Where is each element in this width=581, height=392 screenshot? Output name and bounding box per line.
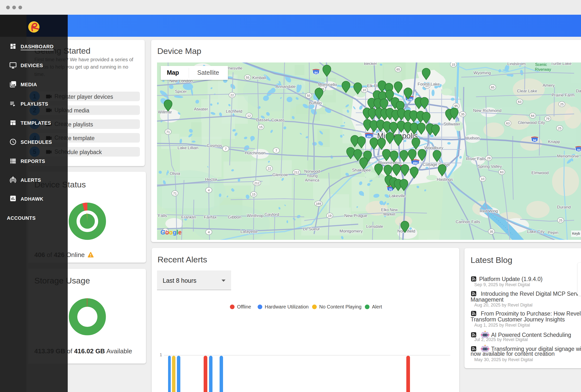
svg-text:169: 169 xyxy=(316,202,321,205)
svg-text:Buffalo: Buffalo xyxy=(309,101,322,105)
svg-text:Atwater: Atwater xyxy=(194,107,208,111)
svg-text:Elmwood: Elmwood xyxy=(532,171,548,175)
svg-text:Young: Young xyxy=(307,174,318,178)
svg-text:Woodbury: Woodbury xyxy=(424,146,443,150)
svg-text:Stillwater: Stillwater xyxy=(444,122,460,126)
svg-text:Gaylord: Gaylord xyxy=(264,212,279,217)
svg-text:212: 212 xyxy=(254,181,260,185)
svg-text:22: 22 xyxy=(268,167,271,170)
svg-text:Willmar: Willmar xyxy=(158,110,172,114)
svg-text:Clear Lake: Clear Lake xyxy=(517,89,537,93)
svg-text:71: 71 xyxy=(166,130,170,134)
svg-text:Pepin: Pepin xyxy=(548,230,558,235)
svg-text:Cottage Grove: Cottage Grove xyxy=(423,162,450,167)
svg-text:Amery: Amery xyxy=(542,83,555,88)
svg-text:12: 12 xyxy=(247,114,251,118)
svg-text:Lindstrom: Lindstrom xyxy=(508,62,526,66)
svg-text:212: 212 xyxy=(294,171,299,174)
svg-text:Monticello: Monticello xyxy=(318,82,337,87)
svg-text:Gibbon: Gibbon xyxy=(228,215,242,219)
svg-text:15: 15 xyxy=(452,63,455,66)
svg-text:10: 10 xyxy=(481,177,484,181)
svg-text:Spicer: Spicer xyxy=(175,89,187,94)
svg-text:Lafayette: Lafayette xyxy=(240,229,258,234)
svg-text:Hutchinson: Hutchinson xyxy=(244,151,266,155)
svg-text:Fairfax: Fairfax xyxy=(204,215,217,219)
svg-text:Hastings: Hastings xyxy=(437,177,453,182)
svg-text:25: 25 xyxy=(560,102,564,106)
svg-text:22: 22 xyxy=(230,93,234,97)
svg-text:Glenwood City: Glenwood City xyxy=(518,120,545,125)
svg-text:Knapp: Knapp xyxy=(548,139,560,144)
svg-text:4: 4 xyxy=(208,189,210,192)
svg-text:Cokato: Cokato xyxy=(271,118,284,123)
svg-text:10: 10 xyxy=(363,88,366,92)
svg-text:15: 15 xyxy=(259,125,262,129)
svg-text:Turtle Lake: Turtle Lake xyxy=(551,62,572,66)
svg-text:94: 94 xyxy=(314,71,318,74)
svg-text:Montgomery: Montgomery xyxy=(340,229,363,233)
svg-text:ood Falls: ood Falls xyxy=(157,213,167,218)
svg-text:494: 494 xyxy=(413,162,418,165)
svg-text:Keyb: Keyb xyxy=(572,231,580,235)
svg-text:7: 7 xyxy=(225,147,226,151)
svg-text:Lake Lillian: Lake Lillian xyxy=(178,146,198,150)
svg-text:71: 71 xyxy=(173,192,177,195)
svg-text:Kimball: Kimball xyxy=(252,75,266,80)
svg-text:America: America xyxy=(305,178,320,182)
svg-text:Franklin: Franklin xyxy=(181,215,196,219)
svg-text:65: 65 xyxy=(491,85,494,89)
svg-text:Shakopee: Shakopee xyxy=(352,168,371,173)
svg-text:Forest Lake: Forest Lake xyxy=(418,82,440,86)
svg-text:94: 94 xyxy=(577,148,580,152)
svg-text:Winthrop: Winthrop xyxy=(247,213,264,218)
svg-text:Hudson: Hudson xyxy=(466,136,480,140)
svg-text:494: 494 xyxy=(366,135,372,138)
svg-text:25: 25 xyxy=(559,218,562,222)
svg-text:63: 63 xyxy=(518,100,522,104)
svg-text:19: 19 xyxy=(328,214,332,217)
svg-text:29: 29 xyxy=(487,156,490,160)
svg-text:64: 64 xyxy=(531,114,534,118)
svg-text:Spring Valley: Spring Valley xyxy=(478,164,502,169)
svg-text:35: 35 xyxy=(490,230,493,233)
svg-text:Google: Google xyxy=(160,229,182,236)
svg-text:Glencoe: Glencoe xyxy=(272,173,288,177)
svg-text:Lonsdale: Lonsdale xyxy=(366,224,383,229)
svg-text:Dall: Dall xyxy=(576,89,581,93)
svg-text:63: 63 xyxy=(500,170,504,174)
svg-text:55: 55 xyxy=(246,76,249,79)
svg-text:35: 35 xyxy=(461,112,464,116)
svg-text:Litchfield: Litchfield xyxy=(226,109,242,114)
svg-text:79: 79 xyxy=(546,117,549,121)
svg-text:25: 25 xyxy=(558,126,561,130)
svg-text:Menomonie: Menomonie xyxy=(557,154,579,159)
svg-text:Scenic: Scenic xyxy=(535,62,547,67)
svg-text:94: 94 xyxy=(533,139,536,142)
svg-text:Prairie Farm: Prairie Farm xyxy=(552,93,574,98)
svg-text:95: 95 xyxy=(454,104,458,108)
svg-text:Lake City: Lake City xyxy=(527,229,545,234)
svg-text:4: 4 xyxy=(208,230,210,234)
svg-text:Riverway: Riverway xyxy=(535,67,551,72)
svg-text:Olivia: Olivia xyxy=(170,171,180,176)
svg-text:65: 65 xyxy=(396,68,400,71)
svg-text:Cannon Falls: Cannon Falls xyxy=(456,219,480,224)
svg-text:Lakeville: Lakeville xyxy=(389,194,405,198)
svg-text:New Richmond: New Richmond xyxy=(473,108,501,113)
svg-text:Hector: Hector xyxy=(205,177,218,182)
svg-text:Market: Market xyxy=(384,212,396,216)
svg-text:Annandale: Annandale xyxy=(276,84,296,89)
svg-text:7: 7 xyxy=(275,149,277,152)
svg-text:15: 15 xyxy=(252,193,256,196)
svg-text:Norwood: Norwood xyxy=(304,169,320,174)
svg-text:Red Wing: Red Wing xyxy=(480,209,498,213)
svg-text:New Prague: New Prague xyxy=(344,213,367,218)
svg-text:Le Sueur: Le Sueur xyxy=(303,227,320,231)
svg-text:Elko New: Elko New xyxy=(381,208,398,212)
svg-text:Wyoming: Wyoming xyxy=(474,71,491,75)
svg-text:Durand: Durand xyxy=(557,205,571,209)
svg-text:35: 35 xyxy=(389,188,392,191)
svg-text:River Falls: River Falls xyxy=(466,157,486,161)
svg-text:Dassel: Dassel xyxy=(256,118,269,122)
